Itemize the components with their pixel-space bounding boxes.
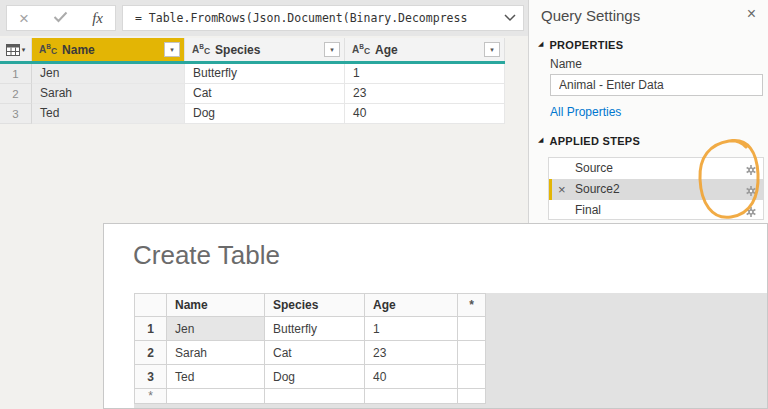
filter-dropdown-icon: ▾: [330, 46, 334, 53]
column-filter-button[interactable]: ▾: [164, 42, 180, 57]
column-name-label: Name: [62, 43, 95, 57]
new-row: *: [135, 389, 486, 404]
collapse-icon: ◢: [538, 40, 543, 48]
grid-cell[interactable]: Sarah: [167, 341, 265, 365]
grid-cell[interactable]: [167, 389, 265, 404]
cell-age[interactable]: 1: [345, 64, 505, 84]
table-row: 2 Sarah Cat 23: [0, 84, 505, 104]
dialog-grid-area: Name Species Age * 1 Jen Butterfly 1 2 S…: [134, 293, 767, 408]
properties-section-header[interactable]: ◢ PROPERTIES: [538, 39, 623, 51]
fx-icon[interactable]: fx: [92, 10, 103, 27]
table-row: 3 Ted Dog 40: [135, 365, 486, 389]
table-menu-dropdown-icon: ▾: [22, 46, 26, 54]
cell-name[interactable]: Jen: [32, 64, 185, 84]
cell-species[interactable]: Dog: [185, 104, 345, 124]
column-name-label: Species: [215, 43, 260, 57]
applied-steps-list: Source × Source2 Final: [548, 157, 764, 220]
grid-cell[interactable]: 40: [365, 365, 458, 389]
row-number: 2: [135, 341, 167, 365]
grid-cell[interactable]: [458, 389, 486, 404]
row-number: 1: [135, 317, 167, 341]
collapse-icon: ◢: [538, 136, 543, 144]
table-icon: [6, 44, 20, 56]
column-filter-button[interactable]: ▾: [484, 42, 500, 57]
grid-header-name[interactable]: Name: [167, 294, 265, 317]
query-name-input[interactable]: [550, 74, 763, 96]
filter-dropdown-icon: ▾: [490, 46, 494, 53]
grid-cell[interactable]: Ted: [167, 365, 265, 389]
text-type-icon: ABC: [39, 45, 57, 55]
step-source2[interactable]: × Source2: [549, 179, 763, 200]
grid-cell[interactable]: Dog: [265, 365, 365, 389]
grid-cell[interactable]: Jen: [167, 317, 265, 341]
confirm-icon[interactable]: [53, 9, 68, 27]
row-number: 2: [0, 84, 32, 104]
grid-header-age[interactable]: Age: [365, 294, 458, 317]
column-header-species[interactable]: ABC Species ▾: [185, 38, 345, 61]
grid-header-species[interactable]: Species: [265, 294, 365, 317]
column-header-name[interactable]: ABC Name ▾: [32, 38, 185, 61]
step-label: Source: [575, 161, 613, 175]
applied-steps-section-header[interactable]: ◢ APPLIED STEPS: [538, 135, 640, 147]
grid-cell[interactable]: Cat: [265, 341, 365, 365]
grid-header-row: Name Species Age *: [135, 294, 486, 317]
create-table-grid: Name Species Age * 1 Jen Butterfly 1 2 S…: [134, 293, 486, 404]
cell-species[interactable]: Cat: [185, 84, 345, 104]
step-source[interactable]: Source: [549, 158, 763, 179]
column-name-label: Age: [375, 43, 398, 57]
grid-cell[interactable]: 1: [365, 317, 458, 341]
gear-icon[interactable]: [745, 204, 757, 225]
formula-button-group: × fx: [6, 5, 116, 31]
formula-input[interactable]: [123, 11, 497, 25]
cell-species[interactable]: Butterfly: [185, 64, 345, 84]
grid-cell[interactable]: [458, 365, 486, 389]
data-preview-table: ▾ ABC Name ▾ ABC Species ▾ ABC Age ▾ 1 J…: [0, 38, 505, 124]
row-number: 1: [0, 64, 32, 84]
grid-header-new-column[interactable]: *: [458, 294, 486, 317]
text-type-icon: ABC: [352, 45, 370, 55]
grid-cell[interactable]: [458, 341, 486, 365]
row-number: 3: [135, 365, 167, 389]
row-number: 3: [0, 104, 32, 124]
step-final[interactable]: Final: [549, 200, 763, 221]
column-header-age[interactable]: ABC Age ▾: [345, 38, 505, 61]
power-query-editor: × fx ▾: [0, 0, 768, 409]
grid-cell[interactable]: Butterfly: [265, 317, 365, 341]
grid-cell[interactable]: [265, 389, 365, 404]
table-row: 1 Jen Butterfly 1: [0, 64, 505, 84]
table-row: 1 Jen Butterfly 1: [135, 317, 486, 341]
name-field-label: Name: [550, 57, 582, 71]
create-table-dialog: Create Table Name Species Age * 1 Jen Bu…: [103, 223, 768, 409]
step-label: Source2: [575, 182, 620, 196]
formula-bar: × fx: [0, 0, 528, 36]
grid-cell[interactable]: [458, 317, 486, 341]
filter-dropdown-icon: ▾: [170, 46, 174, 53]
all-properties-link[interactable]: All Properties: [550, 105, 621, 119]
expand-formula-chevron-icon[interactable]: [497, 14, 523, 22]
table-menu-button[interactable]: ▾: [0, 38, 32, 61]
preview-header-row: ▾ ABC Name ▾ ABC Species ▾ ABC Age ▾: [0, 38, 505, 64]
delete-step-icon[interactable]: ×: [558, 179, 566, 200]
new-row-marker: *: [135, 389, 167, 404]
close-icon[interactable]: ×: [747, 5, 756, 23]
dialog-title: Create Table: [133, 240, 280, 271]
grid-cell[interactable]: 23: [365, 341, 458, 365]
column-filter-button[interactable]: ▾: [324, 42, 340, 57]
table-row: 2 Sarah Cat 23: [135, 341, 486, 365]
cell-name[interactable]: Sarah: [32, 84, 185, 104]
panel-title: Query Settings: [541, 7, 640, 24]
text-type-icon: ABC: [192, 45, 210, 55]
formula-input-box: [122, 5, 524, 31]
step-label: Final: [575, 203, 601, 217]
cell-age[interactable]: 40: [345, 104, 505, 124]
cancel-icon[interactable]: ×: [19, 10, 29, 27]
grid-cell[interactable]: [365, 389, 458, 404]
table-row: 3 Ted Dog 40: [0, 104, 505, 124]
cell-age[interactable]: 23: [345, 84, 505, 104]
cell-name[interactable]: Ted: [32, 104, 185, 124]
corner-cell: [135, 294, 167, 317]
